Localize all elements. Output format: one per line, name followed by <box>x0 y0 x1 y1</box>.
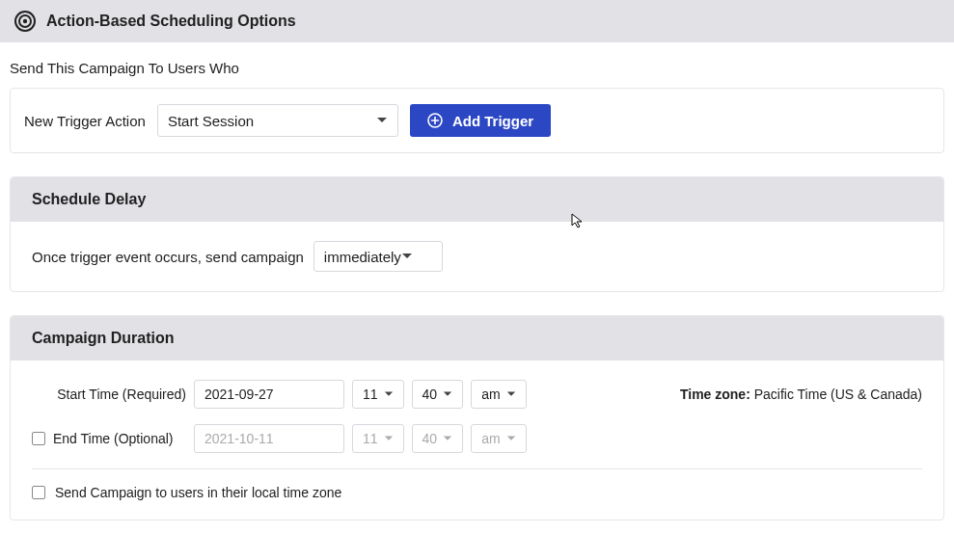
end-time-label: End Time (Optional) <box>53 431 174 446</box>
delay-text: Once trigger event occurs, send campaign <box>32 249 304 265</box>
divider <box>32 468 922 469</box>
end-date-input[interactable]: 2021-10-11 <box>194 424 344 453</box>
campaign-duration-panel: Campaign Duration Start Time (Required) … <box>10 315 944 520</box>
end-ampm-select[interactable]: am <box>471 424 526 453</box>
trigger-action-value: Start Session <box>168 113 254 129</box>
add-trigger-button[interactable]: Add Trigger <box>410 104 551 137</box>
schedule-delay-panel: Schedule Delay Once trigger event occurs… <box>10 176 944 292</box>
delay-select-value: immediately <box>324 249 401 265</box>
start-ampm-value: am <box>481 387 500 402</box>
page-header: Action-Based Scheduling Options <box>0 0 954 42</box>
schedule-delay-header: Schedule Delay <box>11 177 943 222</box>
new-trigger-label: New Trigger Action <box>24 113 146 129</box>
end-hour-value: 11 <box>363 431 378 446</box>
end-time-checkbox[interactable] <box>32 432 45 445</box>
local-timezone-label: Send Campaign to users in their local ti… <box>55 485 341 500</box>
svg-point-2 <box>23 19 27 23</box>
start-ampm-select[interactable]: am <box>471 380 526 409</box>
start-date-input[interactable]: 2021-09-27 <box>194 380 344 409</box>
chevron-down-icon <box>401 251 413 262</box>
start-minute-value: 40 <box>422 387 438 402</box>
trigger-action-select[interactable]: Start Session <box>157 104 398 137</box>
chevron-down-icon <box>506 434 516 443</box>
chevron-down-icon <box>443 434 452 443</box>
trigger-panel: New Trigger Action Start Session Add Tri… <box>10 88 944 153</box>
start-time-label: Start Time (Required) <box>57 387 186 402</box>
target-icon <box>14 10 37 33</box>
start-minute-select[interactable]: 40 <box>412 380 464 409</box>
timezone-value: Pacific Time (US & Canada) <box>754 387 922 402</box>
timezone-label: Time zone: <box>680 387 750 402</box>
add-trigger-label: Add Trigger <box>452 113 533 129</box>
page-title: Action-Based Scheduling Options <box>46 13 296 30</box>
chevron-down-icon <box>384 389 394 399</box>
end-minute-value: 40 <box>422 431 438 446</box>
start-date-value: 2021-09-27 <box>204 387 274 402</box>
local-timezone-checkbox[interactable] <box>32 486 45 499</box>
delay-select[interactable]: immediately <box>313 241 443 272</box>
end-minute-select[interactable]: 40 <box>412 424 464 453</box>
plus-circle-icon <box>427 113 443 128</box>
start-hour-select[interactable]: 11 <box>352 380 404 409</box>
chevron-down-icon <box>506 389 516 399</box>
chevron-down-icon <box>384 434 394 443</box>
chevron-down-icon <box>376 115 388 126</box>
send-to-label: Send This Campaign To Users Who <box>0 42 954 82</box>
campaign-duration-header: Campaign Duration <box>11 316 943 360</box>
start-hour-value: 11 <box>363 387 378 402</box>
end-hour-select[interactable]: 11 <box>352 424 404 453</box>
chevron-down-icon <box>443 389 452 399</box>
end-date-value: 2021-10-11 <box>204 431 274 446</box>
end-ampm-value: am <box>481 431 500 446</box>
